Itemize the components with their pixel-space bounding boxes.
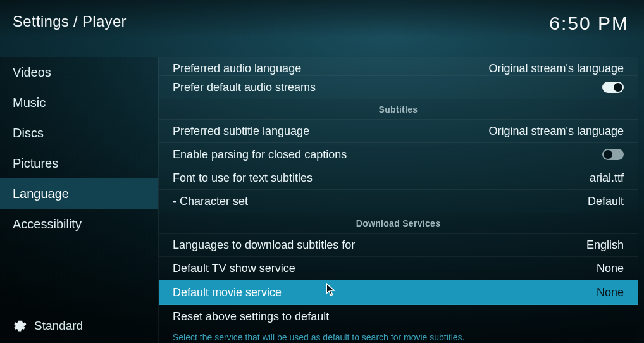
setting-label: Enable parsing for closed captions xyxy=(173,148,602,161)
settings-level-label: Standard xyxy=(34,319,83,333)
sidebar-item-language[interactable]: Language xyxy=(0,178,158,209)
sidebar-item-music[interactable]: Music xyxy=(0,87,158,118)
toggle-on-icon[interactable] xyxy=(602,82,624,93)
section-download-services: Download Services xyxy=(159,213,638,234)
setting-enable-closed-captions[interactable]: Enable parsing for closed captions xyxy=(159,143,638,166)
settings-player-screen: { "header": { "breadcrumb": "Settings / … xyxy=(0,0,644,343)
setting-value: None xyxy=(597,262,624,275)
setting-label: Font to use for text subtitles xyxy=(173,172,590,185)
clock: 6:50 PM xyxy=(549,13,629,34)
setting-label: Languages to download subtitles for xyxy=(173,239,586,252)
action-reset-defaults[interactable]: Reset above settings to default xyxy=(159,305,638,328)
setting-label: Preferred audio language xyxy=(173,62,488,75)
settings-list: Preferred audio language Original stream… xyxy=(158,57,638,343)
setting-value: English xyxy=(586,239,624,252)
setting-value: Original stream's language xyxy=(488,62,624,75)
toggle-off-icon[interactable] xyxy=(602,149,624,160)
section-subtitles: Subtitles xyxy=(159,99,638,120)
setting-preferred-subtitle-language[interactable]: Preferred subtitle language Original str… xyxy=(159,120,638,143)
sidebar-item-pictures[interactable]: Pictures xyxy=(0,148,158,178)
sidebar-item-videos[interactable]: Videos xyxy=(0,57,158,87)
setting-label: Default TV show service xyxy=(173,262,597,275)
setting-preferred-audio-language[interactable]: Preferred audio language Original stream… xyxy=(159,57,638,76)
header: Settings / Player 6:50 PM xyxy=(0,0,644,38)
setting-default-movie-service[interactable]: Default movie service None xyxy=(159,280,638,305)
sidebar-item-accessibility[interactable]: Accessibility xyxy=(0,209,158,239)
setting-label: Prefer default audio streams xyxy=(173,81,602,94)
setting-description: Select the service that will be used as … xyxy=(159,328,638,342)
breadcrumb: Settings / Player xyxy=(13,13,127,30)
gear-icon xyxy=(13,319,27,333)
setting-value: Default xyxy=(588,195,624,208)
sidebar: Videos Music Discs Pictures Language Acc… xyxy=(0,57,158,343)
setting-label: Preferred subtitle language xyxy=(173,125,488,138)
setting-font-subtitles[interactable]: Font to use for text subtitles arial.ttf xyxy=(159,166,638,190)
sidebar-item-discs[interactable]: Discs xyxy=(0,118,158,148)
setting-value: Original stream's language xyxy=(488,125,624,138)
setting-label: Reset above settings to default xyxy=(173,310,624,323)
setting-download-languages[interactable]: Languages to download subtitles for Engl… xyxy=(159,234,638,257)
setting-character-set[interactable]: - Character set Default xyxy=(159,190,638,213)
setting-default-tv-service[interactable]: Default TV show service None xyxy=(159,257,638,280)
setting-label: - Character set xyxy=(173,195,588,208)
setting-label: Default movie service xyxy=(173,286,597,299)
settings-level-button[interactable]: Standard xyxy=(0,309,158,343)
setting-value: None xyxy=(597,286,624,299)
setting-prefer-default-audio-streams[interactable]: Prefer default audio streams xyxy=(159,76,638,99)
setting-value: arial.ttf xyxy=(590,172,624,185)
